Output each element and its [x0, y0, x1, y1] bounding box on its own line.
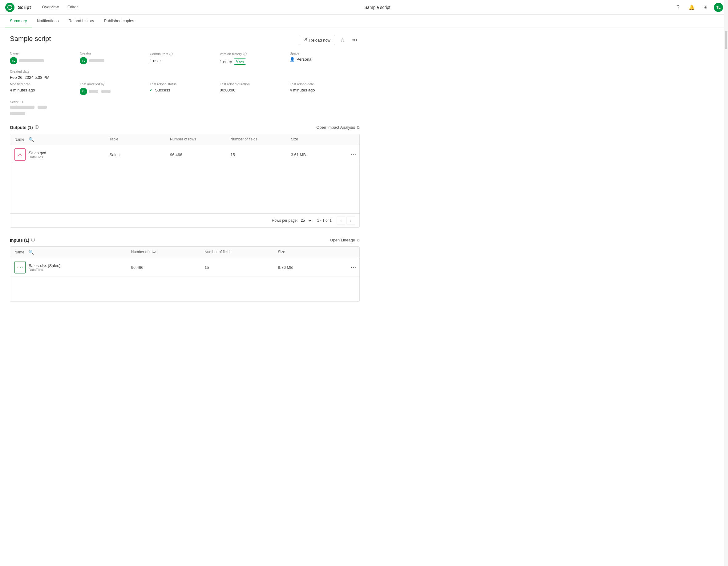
inputs-info-icon[interactable]: ⓘ	[31, 237, 35, 243]
script-id-blurred3	[10, 112, 25, 115]
output-file-name-cell: QVD Sales.qvd DataFiles	[10, 145, 105, 164]
meta-script-id: Script ID	[10, 100, 80, 116]
inputs-name-search-icon[interactable]: 🔍	[29, 250, 34, 255]
table-row: QVD Sales.qvd DataFiles Sales 96,466 15 …	[10, 145, 359, 164]
meta-version-value: 1 entry View	[220, 59, 290, 65]
output-table-cell: Sales	[105, 149, 166, 160]
input-row-more-button[interactable]: ⋯	[350, 262, 356, 272]
meta-contributors: Contributors ⓘ 1 user	[150, 51, 220, 65]
xlsx-file-icon: XLSX	[14, 261, 26, 273]
meta-creator-value: TL	[80, 57, 150, 64]
inputs-col-header-action	[347, 247, 359, 258]
outputs-empty-space	[10, 164, 359, 213]
inputs-col-header-name: Name 🔍	[10, 247, 127, 258]
col-header-fields: Number of fields	[226, 134, 286, 145]
scrollbar[interactable]	[724, 0, 728, 319]
meta-contributors-value: 1 user	[150, 59, 220, 63]
contributors-info-icon[interactable]: ⓘ	[169, 52, 173, 56]
input-filepath: DataFiles	[29, 268, 60, 272]
qlik-logo	[5, 2, 15, 12]
grid-icon: ⊞	[703, 4, 707, 10]
avatar[interactable]: TL	[714, 3, 723, 12]
meta-created-value: Feb 26, 2024 5:38 PM	[10, 75, 80, 80]
meta-script-id-value	[10, 106, 80, 109]
meta-reload-duration-value: 00:00:06	[220, 88, 290, 92]
input-size-cell: 9.76 MB	[274, 262, 347, 273]
name-search-icon[interactable]: 🔍	[29, 137, 34, 142]
reload-now-button[interactable]: ↺ Reload now	[299, 35, 335, 45]
input-rows-cell: 96,466	[127, 262, 200, 273]
meta-last-modified-by: Last modified by TL	[80, 82, 150, 95]
help-button[interactable]: ?	[673, 2, 683, 12]
top-navigation: Script Overview Editor Sample script ? 🔔…	[0, 0, 728, 15]
page-title: Sample script	[10, 35, 51, 43]
outputs-table: Name 🔍 Table Number of rows Number of fi…	[10, 134, 360, 228]
open-impact-analysis-button[interactable]: Open Impact Analysis ⧉	[316, 125, 360, 130]
apps-grid-button[interactable]: ⊞	[700, 2, 710, 12]
nav-overview[interactable]: Overview	[38, 3, 63, 12]
script-id-blurred2	[38, 106, 47, 109]
owner-avatar: TL	[10, 57, 17, 64]
inputs-col-header-fields: Number of fields	[200, 247, 273, 258]
prev-page-button[interactable]: ‹	[337, 216, 345, 225]
meta-info-grid-2: Modified date 4 minutes ago Last modifie…	[10, 82, 360, 116]
meta-version-history: Version history ⓘ 1 entry View	[220, 51, 290, 65]
meta-info-grid: Owner TL Creator TL Contributors ⓘ 1 use…	[10, 51, 360, 80]
script-header: Sample script ↺ Reload now ☆ •••	[10, 35, 360, 45]
next-page-button[interactable]: ›	[346, 216, 355, 225]
output-fields-cell: 15	[226, 149, 286, 160]
meta-reload-date: Last reload date 4 minutes ago	[290, 82, 360, 95]
meta-creator: Creator TL	[80, 51, 150, 65]
nav-editor[interactable]: Editor	[64, 3, 82, 12]
version-view-link[interactable]: View	[234, 59, 246, 65]
open-lineage-button[interactable]: Open Lineage ⧉	[330, 238, 360, 242]
pagination-controls: ‹ ›	[337, 216, 355, 225]
star-icon: ☆	[340, 37, 345, 43]
inputs-col-header-rows: Number of rows	[127, 247, 200, 258]
meta-space: Space 👤 Personal	[290, 51, 360, 65]
success-icon: ✓	[150, 88, 153, 92]
rows-per-page-control: Rows per page: 25 50 100	[272, 218, 312, 223]
meta-reload-status-value: ✓ Success	[150, 88, 220, 92]
star-button[interactable]: ☆	[338, 35, 347, 45]
creator-avatar: TL	[80, 57, 87, 64]
main-content: Sample script ↺ Reload now ☆ ••• Owner T…	[0, 27, 370, 319]
owner-name-blurred	[19, 59, 44, 62]
output-row-more-button[interactable]: ⋯	[350, 150, 356, 160]
rows-per-page-select[interactable]: 25 50 100	[300, 218, 312, 223]
col-header-action	[347, 134, 359, 145]
bell-icon: 🔔	[689, 4, 695, 10]
outputs-info-icon[interactable]: ⓘ	[35, 125, 38, 130]
meta-owner-value: TL	[10, 57, 80, 64]
person-icon: 👤	[290, 57, 295, 62]
version-info-icon[interactable]: ⓘ	[243, 52, 247, 56]
meta-last-modified-by-value: TL	[80, 88, 150, 95]
last-modified-avatar: TL	[80, 88, 87, 95]
last-modified-name-blurred	[89, 90, 98, 93]
output-filepath: DataFiles	[29, 155, 46, 159]
scrollbar-thumb[interactable]	[725, 31, 727, 49]
tab-published-copies[interactable]: Published copies	[99, 15, 139, 27]
reload-icon: ↺	[303, 37, 307, 43]
input-fields-cell: 15	[200, 262, 273, 273]
inputs-table-header: Name 🔍 Number of rows Number of fields S…	[10, 247, 359, 258]
tab-summary[interactable]: Summary	[5, 15, 32, 27]
inputs-col-header-size: Size	[274, 247, 347, 258]
outputs-table-footer: Rows per page: 25 50 100 1 - 1 of 1 ‹ ›	[10, 213, 359, 227]
page-info: 1 - 1 of 1	[317, 218, 332, 223]
tab-reload-history[interactable]: Reload history	[63, 15, 99, 27]
tab-notifications[interactable]: Notifications	[32, 15, 64, 27]
meta-reload-status: Last reload status ✓ Success	[150, 82, 220, 95]
header-actions: ↺ Reload now ☆ •••	[299, 35, 360, 45]
script-id-blurred	[10, 106, 34, 109]
more-options-button[interactable]: •••	[350, 35, 360, 45]
col-header-rows: Number of rows	[166, 134, 226, 145]
help-icon: ?	[677, 5, 680, 10]
sub-navigation: Summary Notifications Reload history Pub…	[0, 15, 728, 27]
external-link-icon: ⧉	[357, 125, 360, 130]
notifications-bell-button[interactable]: 🔔	[687, 2, 697, 12]
more-icon: •••	[352, 37, 358, 43]
top-nav-links: Overview Editor	[38, 3, 82, 12]
meta-modified-value: 4 minutes ago	[10, 88, 80, 92]
output-action-cell: ⋯	[347, 147, 359, 163]
